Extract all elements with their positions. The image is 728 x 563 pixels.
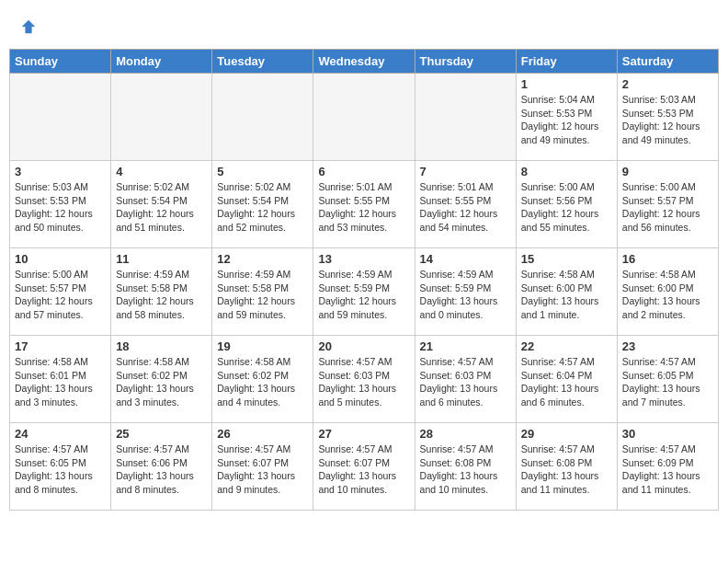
day-number: 27 <box>318 427 409 441</box>
day-detail: Sunrise: 4:57 AM Sunset: 6:05 PM Dayligh… <box>15 442 106 497</box>
calendar-cell: 2Sunrise: 5:03 AM Sunset: 5:53 PM Daylig… <box>617 74 718 161</box>
day-detail: Sunrise: 4:57 AM Sunset: 6:08 PM Dayligh… <box>420 442 511 497</box>
day-number: 12 <box>217 252 308 266</box>
day-detail: Sunrise: 5:03 AM Sunset: 5:53 PM Dayligh… <box>622 93 713 147</box>
weekday-header: Monday <box>111 50 212 74</box>
day-detail: Sunrise: 5:01 AM Sunset: 5:55 PM Dayligh… <box>318 180 409 235</box>
weekday-header: Tuesday <box>212 50 313 74</box>
day-number: 3 <box>15 165 106 178</box>
calendar-cell: 18Sunrise: 4:58 AM Sunset: 6:02 PM Dayli… <box>111 336 212 423</box>
calendar-cell: 4Sunrise: 5:02 AM Sunset: 5:54 PM Daylig… <box>111 161 212 248</box>
day-detail: Sunrise: 4:57 AM Sunset: 6:07 PM Dayligh… <box>318 442 409 497</box>
calendar-cell: 22Sunrise: 4:57 AM Sunset: 6:04 PM Dayli… <box>516 336 617 423</box>
day-number: 23 <box>622 339 713 353</box>
calendar-cell: 3Sunrise: 5:03 AM Sunset: 5:53 PM Daylig… <box>10 161 111 248</box>
day-detail: Sunrise: 4:58 AM Sunset: 6:00 PM Dayligh… <box>521 268 612 322</box>
day-detail: Sunrise: 4:58 AM Sunset: 6:02 PM Dayligh… <box>116 355 207 409</box>
day-detail: Sunrise: 5:02 AM Sunset: 5:54 PM Dayligh… <box>217 180 308 235</box>
day-detail: Sunrise: 4:57 AM Sunset: 6:06 PM Dayligh… <box>116 442 207 497</box>
day-number: 20 <box>318 339 409 353</box>
day-number: 2 <box>622 77 713 91</box>
day-detail: Sunrise: 5:00 AM Sunset: 5:57 PM Dayligh… <box>15 268 106 322</box>
svg-marker-0 <box>22 20 35 33</box>
day-detail: Sunrise: 5:00 AM Sunset: 5:56 PM Dayligh… <box>521 180 612 235</box>
calendar-cell: 26Sunrise: 4:57 AM Sunset: 6:07 PM Dayli… <box>212 423 313 511</box>
day-number: 19 <box>217 339 308 353</box>
weekday-header: Saturday <box>617 50 718 74</box>
calendar-cell: 9Sunrise: 5:00 AM Sunset: 5:57 PM Daylig… <box>617 161 718 248</box>
calendar-cell: 7Sunrise: 5:01 AM Sunset: 5:55 PM Daylig… <box>415 161 516 248</box>
calendar-cell: 12Sunrise: 4:59 AM Sunset: 5:58 PM Dayli… <box>212 248 313 336</box>
day-detail: Sunrise: 5:02 AM Sunset: 5:54 PM Dayligh… <box>116 180 207 235</box>
calendar-cell: 27Sunrise: 4:57 AM Sunset: 6:07 PM Dayli… <box>313 423 415 511</box>
calendar-cell: 15Sunrise: 4:58 AM Sunset: 6:00 PM Dayli… <box>516 248 617 336</box>
weekday-header: Friday <box>516 50 617 74</box>
day-number: 24 <box>15 427 106 441</box>
calendar-cell: 11Sunrise: 4:59 AM Sunset: 5:58 PM Dayli… <box>111 248 212 336</box>
day-detail: Sunrise: 4:59 AM Sunset: 5:59 PM Dayligh… <box>318 268 409 322</box>
weekday-header: Thursday <box>415 50 516 74</box>
calendar-cell: 6Sunrise: 5:01 AM Sunset: 5:55 PM Daylig… <box>313 161 415 248</box>
logo <box>18 18 37 35</box>
logo-icon <box>20 18 37 35</box>
calendar-cell: 28Sunrise: 4:57 AM Sunset: 6:08 PM Dayli… <box>415 423 516 511</box>
day-detail: Sunrise: 4:57 AM Sunset: 6:09 PM Dayligh… <box>622 442 713 497</box>
calendar-cell: 17Sunrise: 4:58 AM Sunset: 6:01 PM Dayli… <box>10 336 111 423</box>
day-number: 11 <box>116 252 207 266</box>
calendar-cell: 21Sunrise: 4:57 AM Sunset: 6:03 PM Dayli… <box>415 336 516 423</box>
day-number: 25 <box>116 427 207 441</box>
weekday-header: Sunday <box>10 50 111 74</box>
day-number: 16 <box>622 252 713 266</box>
day-number: 28 <box>420 427 511 441</box>
calendar-cell: 16Sunrise: 4:58 AM Sunset: 6:00 PM Dayli… <box>617 248 718 336</box>
calendar-cell <box>10 74 111 161</box>
day-detail: Sunrise: 4:57 AM Sunset: 6:03 PM Dayligh… <box>420 355 511 409</box>
calendar-cell: 14Sunrise: 4:59 AM Sunset: 5:59 PM Dayli… <box>415 248 516 336</box>
day-number: 17 <box>15 339 106 353</box>
day-detail: Sunrise: 5:04 AM Sunset: 5:53 PM Dayligh… <box>521 93 612 147</box>
calendar-cell: 30Sunrise: 4:57 AM Sunset: 6:09 PM Dayli… <box>617 423 718 511</box>
calendar-cell: 25Sunrise: 4:57 AM Sunset: 6:06 PM Dayli… <box>111 423 212 511</box>
day-detail: Sunrise: 5:01 AM Sunset: 5:55 PM Dayligh… <box>420 180 511 235</box>
calendar-cell: 8Sunrise: 5:00 AM Sunset: 5:56 PM Daylig… <box>516 161 617 248</box>
calendar-cell: 29Sunrise: 4:57 AM Sunset: 6:08 PM Dayli… <box>516 423 617 511</box>
day-number: 5 <box>217 165 308 178</box>
calendar-cell <box>111 74 212 161</box>
calendar-cell: 23Sunrise: 4:57 AM Sunset: 6:05 PM Dayli… <box>617 336 718 423</box>
day-number: 30 <box>622 427 713 441</box>
weekday-header: Wednesday <box>313 50 415 74</box>
day-detail: Sunrise: 4:57 AM Sunset: 6:08 PM Dayligh… <box>521 442 612 497</box>
day-number: 13 <box>318 252 409 266</box>
day-detail: Sunrise: 4:58 AM Sunset: 6:01 PM Dayligh… <box>15 355 106 409</box>
calendar-cell <box>313 74 415 161</box>
day-detail: Sunrise: 5:03 AM Sunset: 5:53 PM Dayligh… <box>15 180 106 235</box>
calendar-cell: 24Sunrise: 4:57 AM Sunset: 6:05 PM Dayli… <box>10 423 111 511</box>
day-number: 1 <box>521 77 612 91</box>
calendar-cell: 19Sunrise: 4:58 AM Sunset: 6:02 PM Dayli… <box>212 336 313 423</box>
calendar-cell: 13Sunrise: 4:59 AM Sunset: 5:59 PM Dayli… <box>313 248 415 336</box>
day-number: 15 <box>521 252 612 266</box>
day-number: 6 <box>318 165 409 178</box>
day-detail: Sunrise: 4:58 AM Sunset: 6:00 PM Dayligh… <box>622 268 713 322</box>
day-number: 29 <box>521 427 612 441</box>
day-number: 22 <box>521 339 612 353</box>
calendar-cell: 5Sunrise: 5:02 AM Sunset: 5:54 PM Daylig… <box>212 161 313 248</box>
day-number: 7 <box>420 165 511 178</box>
page-header <box>9 9 719 40</box>
day-number: 8 <box>521 165 612 178</box>
calendar-cell <box>415 74 516 161</box>
day-detail: Sunrise: 5:00 AM Sunset: 5:57 PM Dayligh… <box>622 180 713 235</box>
calendar-table: SundayMondayTuesdayWednesdayThursdayFrid… <box>9 49 719 511</box>
calendar-cell: 20Sunrise: 4:57 AM Sunset: 6:03 PM Dayli… <box>313 336 415 423</box>
day-detail: Sunrise: 4:59 AM Sunset: 5:58 PM Dayligh… <box>217 268 308 322</box>
calendar-cell <box>212 74 313 161</box>
day-detail: Sunrise: 4:58 AM Sunset: 6:02 PM Dayligh… <box>217 355 308 409</box>
day-number: 10 <box>15 252 106 266</box>
day-number: 21 <box>420 339 511 353</box>
day-number: 9 <box>622 165 713 178</box>
day-number: 14 <box>420 252 511 266</box>
calendar-cell: 10Sunrise: 5:00 AM Sunset: 5:57 PM Dayli… <box>10 248 111 336</box>
day-detail: Sunrise: 4:57 AM Sunset: 6:05 PM Dayligh… <box>622 355 713 409</box>
calendar-cell: 1Sunrise: 5:04 AM Sunset: 5:53 PM Daylig… <box>516 74 617 161</box>
day-detail: Sunrise: 4:57 AM Sunset: 6:04 PM Dayligh… <box>521 355 612 409</box>
